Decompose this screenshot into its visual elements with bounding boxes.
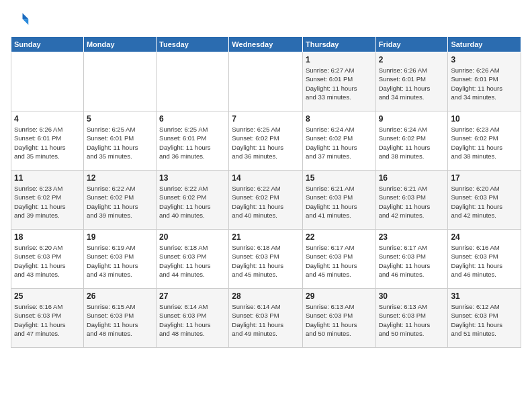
- svg-marker-0: [23, 13, 29, 19]
- day-number: 23: [379, 232, 445, 242]
- day-info: Sunrise: 6:17 AM Sunset: 6:03 PM Dayligh…: [306, 243, 373, 279]
- day-info: Sunrise: 6:18 AM Sunset: 6:03 PM Dayligh…: [232, 243, 300, 279]
- day-info: Sunrise: 6:22 AM Sunset: 6:02 PM Dayligh…: [87, 184, 153, 220]
- day-of-week-header: Saturday: [448, 37, 521, 52]
- calendar-cell: 9Sunrise: 6:24 AM Sunset: 6:02 PM Daylig…: [375, 111, 448, 171]
- day-number: 3: [451, 55, 518, 64]
- calendar-cell: 21Sunrise: 6:18 AM Sunset: 6:03 PM Dayli…: [229, 230, 303, 289]
- day-info: Sunrise: 6:23 AM Sunset: 6:02 PM Dayligh…: [451, 125, 518, 161]
- calendar-cell: 10Sunrise: 6:23 AM Sunset: 6:02 PM Dayli…: [448, 111, 521, 171]
- calendar-cell: 1Sunrise: 6:27 AM Sunset: 6:01 PM Daylig…: [302, 52, 375, 111]
- header: [11, 11, 521, 30]
- calendar-cell: 2Sunrise: 6:26 AM Sunset: 6:01 PM Daylig…: [375, 52, 448, 111]
- day-info: Sunrise: 6:21 AM Sunset: 6:03 PM Dayligh…: [306, 184, 373, 220]
- day-number: 9: [379, 114, 445, 124]
- day-number: 28: [232, 291, 300, 301]
- calendar-cell: 5Sunrise: 6:25 AM Sunset: 6:01 PM Daylig…: [83, 111, 156, 171]
- day-info: Sunrise: 6:17 AM Sunset: 6:03 PM Dayligh…: [379, 243, 445, 279]
- day-of-week-header: Friday: [375, 37, 448, 52]
- day-of-week-header: Wednesday: [229, 37, 303, 52]
- day-number: 11: [14, 173, 81, 183]
- calendar-cell: 25Sunrise: 6:16 AM Sunset: 6:03 PM Dayli…: [11, 289, 84, 348]
- calendar-cell: 17Sunrise: 6:20 AM Sunset: 6:03 PM Dayli…: [448, 171, 521, 230]
- day-info: Sunrise: 6:23 AM Sunset: 6:02 PM Dayligh…: [14, 184, 81, 220]
- calendar-cell: 12Sunrise: 6:22 AM Sunset: 6:02 PM Dayli…: [83, 171, 156, 230]
- day-number: 4: [14, 114, 81, 124]
- day-info: Sunrise: 6:19 AM Sunset: 6:03 PM Dayligh…: [87, 243, 153, 279]
- day-info: Sunrise: 6:14 AM Sunset: 6:03 PM Dayligh…: [232, 302, 300, 338]
- day-info: Sunrise: 6:20 AM Sunset: 6:03 PM Dayligh…: [14, 243, 81, 279]
- day-info: Sunrise: 6:25 AM Sunset: 6:02 PM Dayligh…: [232, 125, 300, 161]
- day-info: Sunrise: 6:20 AM Sunset: 6:03 PM Dayligh…: [451, 184, 518, 220]
- calendar-cell: 8Sunrise: 6:24 AM Sunset: 6:02 PM Daylig…: [302, 111, 375, 171]
- day-number: 24: [451, 232, 518, 242]
- day-info: Sunrise: 6:27 AM Sunset: 6:01 PM Dayligh…: [306, 66, 373, 101]
- logo-icon: [11, 11, 30, 30]
- calendar-cell: 6Sunrise: 6:25 AM Sunset: 6:01 PM Daylig…: [157, 111, 229, 171]
- day-info: Sunrise: 6:18 AM Sunset: 6:03 PM Dayligh…: [159, 243, 226, 279]
- calendar-cell: 14Sunrise: 6:22 AM Sunset: 6:02 PM Dayli…: [229, 171, 303, 230]
- day-of-week-header: Monday: [83, 37, 156, 52]
- calendar-cell: [11, 52, 84, 111]
- day-number: 6: [159, 114, 226, 124]
- day-info: Sunrise: 6:13 AM Sunset: 6:03 PM Dayligh…: [306, 302, 373, 338]
- day-info: Sunrise: 6:14 AM Sunset: 6:03 PM Dayligh…: [159, 302, 226, 338]
- calendar-cell: 22Sunrise: 6:17 AM Sunset: 6:03 PM Dayli…: [302, 230, 375, 289]
- calendar-cell: 26Sunrise: 6:15 AM Sunset: 6:03 PM Dayli…: [83, 289, 156, 348]
- day-info: Sunrise: 6:22 AM Sunset: 6:02 PM Dayligh…: [232, 184, 300, 220]
- day-info: Sunrise: 6:24 AM Sunset: 6:02 PM Dayligh…: [379, 125, 445, 161]
- calendar-week-row: 4Sunrise: 6:26 AM Sunset: 6:01 PM Daylig…: [11, 111, 521, 171]
- calendar-cell: 31Sunrise: 6:12 AM Sunset: 6:03 PM Dayli…: [448, 289, 521, 348]
- day-number: 14: [232, 173, 300, 183]
- calendar-cell: 23Sunrise: 6:17 AM Sunset: 6:03 PM Dayli…: [375, 230, 448, 289]
- calendar-cell: 16Sunrise: 6:21 AM Sunset: 6:03 PM Dayli…: [375, 171, 448, 230]
- calendar-cell: 27Sunrise: 6:14 AM Sunset: 6:03 PM Dayli…: [157, 289, 229, 348]
- calendar-header-row: SundayMondayTuesdayWednesdayThursdayFrid…: [11, 37, 521, 52]
- calendar-cell: 13Sunrise: 6:22 AM Sunset: 6:02 PM Dayli…: [157, 171, 229, 230]
- day-info: Sunrise: 6:25 AM Sunset: 6:01 PM Dayligh…: [87, 125, 153, 161]
- page: SundayMondayTuesdayWednesdayThursdayFrid…: [0, 0, 532, 411]
- day-of-week-header: Tuesday: [157, 37, 229, 52]
- calendar-week-row: 25Sunrise: 6:16 AM Sunset: 6:03 PM Dayli…: [11, 289, 521, 348]
- day-number: 2: [379, 55, 445, 64]
- day-number: 21: [232, 232, 300, 242]
- svg-marker-1: [23, 19, 29, 25]
- calendar-cell: 15Sunrise: 6:21 AM Sunset: 6:03 PM Dayli…: [302, 171, 375, 230]
- day-number: 20: [159, 232, 226, 242]
- calendar-cell: [83, 52, 156, 111]
- calendar-cell: [229, 52, 303, 111]
- day-number: 29: [306, 291, 373, 301]
- day-number: 22: [306, 232, 373, 242]
- day-info: Sunrise: 6:26 AM Sunset: 6:01 PM Dayligh…: [451, 66, 518, 101]
- calendar-cell: 3Sunrise: 6:26 AM Sunset: 6:01 PM Daylig…: [448, 52, 521, 111]
- day-number: 7: [232, 114, 300, 124]
- day-number: 30: [379, 291, 445, 301]
- day-number: 13: [159, 173, 226, 183]
- day-of-week-header: Sunday: [11, 37, 84, 52]
- day-number: 5: [87, 114, 153, 124]
- calendar: SundayMondayTuesdayWednesdayThursdayFrid…: [11, 36, 521, 348]
- day-info: Sunrise: 6:25 AM Sunset: 6:01 PM Dayligh…: [159, 125, 226, 161]
- day-info: Sunrise: 6:16 AM Sunset: 6:03 PM Dayligh…: [451, 243, 518, 279]
- day-number: 27: [159, 291, 226, 301]
- day-number: 1: [306, 55, 373, 64]
- day-info: Sunrise: 6:21 AM Sunset: 6:03 PM Dayligh…: [379, 184, 445, 220]
- calendar-cell: 20Sunrise: 6:18 AM Sunset: 6:03 PM Dayli…: [157, 230, 229, 289]
- day-info: Sunrise: 6:24 AM Sunset: 6:02 PM Dayligh…: [306, 125, 373, 161]
- calendar-cell: 11Sunrise: 6:23 AM Sunset: 6:02 PM Dayli…: [11, 171, 84, 230]
- calendar-cell: 19Sunrise: 6:19 AM Sunset: 6:03 PM Dayli…: [83, 230, 156, 289]
- calendar-cell: 4Sunrise: 6:26 AM Sunset: 6:01 PM Daylig…: [11, 111, 84, 171]
- day-info: Sunrise: 6:15 AM Sunset: 6:03 PM Dayligh…: [87, 302, 153, 338]
- calendar-week-row: 18Sunrise: 6:20 AM Sunset: 6:03 PM Dayli…: [11, 230, 521, 289]
- day-number: 17: [451, 173, 518, 183]
- day-number: 19: [87, 232, 153, 242]
- day-info: Sunrise: 6:12 AM Sunset: 6:03 PM Dayligh…: [451, 302, 518, 338]
- day-info: Sunrise: 6:13 AM Sunset: 6:03 PM Dayligh…: [379, 302, 445, 338]
- logo: [11, 11, 32, 30]
- day-number: 10: [451, 114, 518, 124]
- calendar-cell: [157, 52, 229, 111]
- day-number: 31: [451, 291, 518, 301]
- calendar-cell: 28Sunrise: 6:14 AM Sunset: 6:03 PM Dayli…: [229, 289, 303, 348]
- day-info: Sunrise: 6:16 AM Sunset: 6:03 PM Dayligh…: [14, 302, 81, 338]
- day-info: Sunrise: 6:26 AM Sunset: 6:01 PM Dayligh…: [14, 125, 81, 161]
